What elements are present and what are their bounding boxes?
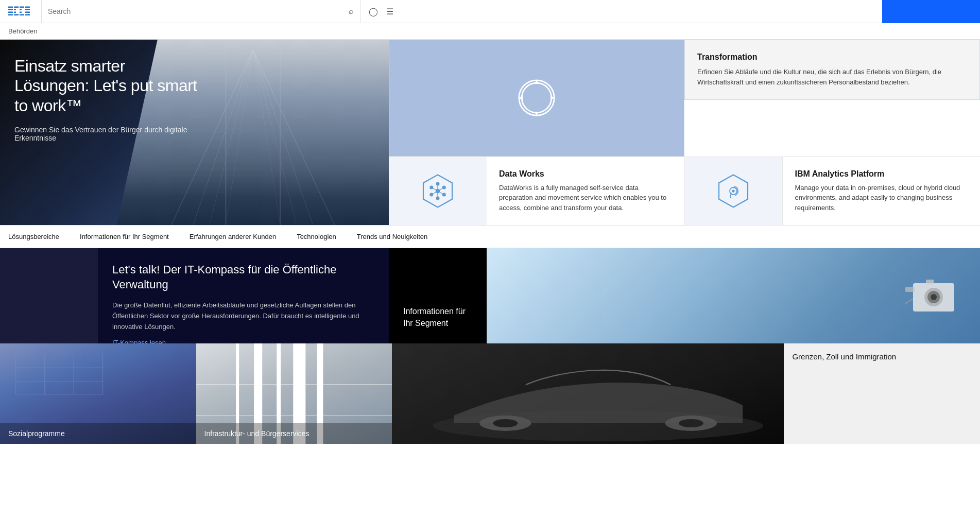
nav-item-loesungen[interactable]: Lösungsbereiche <box>8 233 59 240</box>
grenzen-title: Grenzen, Zoll und Immigration <box>792 352 896 362</box>
svg-rect-57 <box>45 354 74 368</box>
svg-line-23 <box>253 50 280 225</box>
it-kompass-title: Let's talk! Der IT-Kompass für die Öffen… <box>112 263 374 292</box>
svg-rect-2 <box>8 12 13 13</box>
svg-rect-5 <box>14 9 16 11</box>
analytics-text-area: IBM Analytics Platform Manage your data … <box>782 157 981 226</box>
svg-line-17 <box>253 50 335 225</box>
svg-rect-58 <box>74 354 102 368</box>
search-icon: ⌕ <box>349 7 354 16</box>
svg-rect-10 <box>20 12 22 13</box>
segment-title: Informationen für Ihr Segment <box>403 306 472 329</box>
nav-item-technologien[interactable]: Technologien <box>297 233 336 240</box>
hero-subtitle: Gewinnen Sie das Vertrauen der Bürger du… <box>14 126 202 142</box>
camera-card <box>487 248 980 343</box>
dataworks-icon-area <box>389 157 487 226</box>
svg-rect-1 <box>8 9 13 11</box>
svg-rect-9 <box>20 9 22 11</box>
svg-point-47 <box>732 189 734 192</box>
auto-background <box>392 343 784 444</box>
dataworks-text-area: Data Works DataWorks is a fully managed … <box>487 157 684 226</box>
svg-point-35 <box>429 185 433 189</box>
svg-rect-12 <box>25 7 30 8</box>
menu-icon[interactable]: ☰ <box>386 7 393 16</box>
dataworks-title: Data Works <box>499 169 672 179</box>
it-kompass-card: Let's talk! Der IT-Kompass für die Öffen… <box>98 248 389 343</box>
header: ⌕ ◯ ☰ <box>0 0 980 23</box>
grenzen-card[interactable]: Grenzen, Zoll und Immigration <box>784 343 980 444</box>
dataworks-hex-icon <box>420 173 456 209</box>
svg-rect-61 <box>74 368 102 381</box>
svg-rect-4 <box>14 7 19 8</box>
transformation-cycle-icon <box>513 75 560 121</box>
svg-rect-59 <box>16 368 45 381</box>
segment-card[interactable]: Informationen für Ihr Segment <box>389 248 487 343</box>
svg-rect-14 <box>25 12 30 13</box>
svg-rect-11 <box>20 14 24 16</box>
svg-rect-49 <box>905 287 915 292</box>
svg-rect-63 <box>45 381 74 394</box>
transformation-title: Transformation <box>697 53 967 62</box>
content-left-spacer <box>0 248 98 343</box>
sozial-label: Sozialprogramme <box>0 423 196 444</box>
infra-label: Infrastruktur- und Bürgerservices <box>196 423 392 444</box>
search-input[interactable] <box>48 7 345 15</box>
ibm-logo-icon <box>8 6 33 16</box>
svg-rect-15 <box>25 14 30 16</box>
nav-item-trends[interactable]: Trends und Neuigkeiten <box>357 233 428 240</box>
svg-rect-53 <box>926 280 934 285</box>
svg-rect-60 <box>45 368 74 381</box>
svg-point-36 <box>442 185 446 189</box>
breadcrumb: Behörden <box>0 23 980 40</box>
nav-item-erfahrungen[interactable]: Erfahrungen anderer Kunden <box>190 233 276 240</box>
svg-point-75 <box>493 419 518 427</box>
search-bar[interactable]: ⌕ <box>41 0 360 23</box>
analytics-desc: Manage your data in on-premises, cloud o… <box>795 183 968 213</box>
analytics-hex-icon <box>715 173 751 209</box>
transformation-text-card: Transformation Erfinden Sie Abläufe und … <box>684 40 980 100</box>
svg-point-76 <box>679 419 703 427</box>
nav-item-segment[interactable]: Informationen für Ihr Segment <box>80 233 169 240</box>
svg-line-22 <box>226 50 253 225</box>
sozial-card[interactable]: Sozialprogramme <box>0 343 196 444</box>
hero-image-left: Einsatz smarter Lösungen: Let's put smar… <box>0 40 389 225</box>
svg-line-54 <box>905 299 913 304</box>
hero-text-block: Einsatz smarter Lösungen: Let's put smar… <box>0 40 216 159</box>
transformation-desc: Erfinden Sie Abläufe und die Kultur neu,… <box>697 67 967 87</box>
dataworks-desc: DataWorks is a fully managed self-servic… <box>499 183 672 213</box>
nav-bar: Lösungsbereiche Informationen für Ihr Se… <box>0 225 980 248</box>
svg-rect-7 <box>14 14 19 16</box>
hero-right-cards: Transformation Erfinden Sie Abläufe und … <box>389 40 980 225</box>
header-icons-group: ◯ ☰ <box>360 7 402 16</box>
content-section: Let's talk! Der IT-Kompass für die Öffen… <box>0 248 980 343</box>
camera-visual-icon <box>903 265 965 327</box>
svg-line-21 <box>253 50 297 225</box>
logo-area <box>0 6 41 16</box>
svg-rect-0 <box>8 7 13 8</box>
svg-rect-64 <box>74 381 102 394</box>
camera-background <box>487 248 980 343</box>
hero-title: Einsatz smarter Lösungen: Let's put smar… <box>14 56 202 115</box>
user-icon[interactable]: ◯ <box>369 7 378 16</box>
transformation-icon-card <box>389 40 684 157</box>
infra-card[interactable]: Infrastruktur- und Bürgerservices <box>196 343 392 444</box>
analytics-title: IBM Analytics Platform <box>795 169 968 179</box>
it-kompass-desc: Die große Datenflut, effiziente Arbeitsa… <box>112 300 374 332</box>
svg-rect-3 <box>8 14 13 16</box>
analytics-icon-area <box>684 157 782 226</box>
hero-section: Einsatz smarter Lösungen: Let's put smar… <box>0 40 980 225</box>
header-blue-bar <box>882 0 980 23</box>
svg-rect-13 <box>25 9 30 11</box>
svg-point-26 <box>519 80 554 115</box>
svg-rect-56 <box>16 354 45 368</box>
bottom-section: Sozialprogramme Infrastruktur- und Bürge… <box>0 343 980 444</box>
svg-point-52 <box>931 294 937 300</box>
svg-rect-8 <box>20 7 24 8</box>
auto-card[interactable] <box>392 343 784 444</box>
svg-rect-6 <box>14 12 16 13</box>
svg-line-19 <box>253 50 313 225</box>
svg-rect-62 <box>16 381 45 394</box>
